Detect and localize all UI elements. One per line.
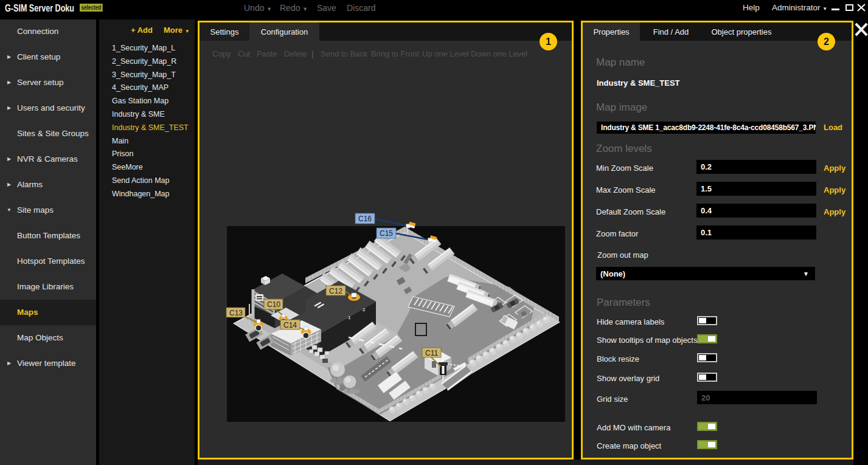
svg-text:2: 2 [363,307,366,312]
svg-text:C15: C15 [380,229,393,238]
svg-text:C12: C12 [329,287,342,295]
svg-text:C13: C13 [229,309,243,317]
svg-text:C14: C14 [283,321,297,329]
svg-text:C10: C10 [267,300,280,309]
svg-text:1: 1 [348,315,351,320]
svg-text:C11: C11 [425,349,438,357]
svg-text:C16: C16 [358,215,372,223]
